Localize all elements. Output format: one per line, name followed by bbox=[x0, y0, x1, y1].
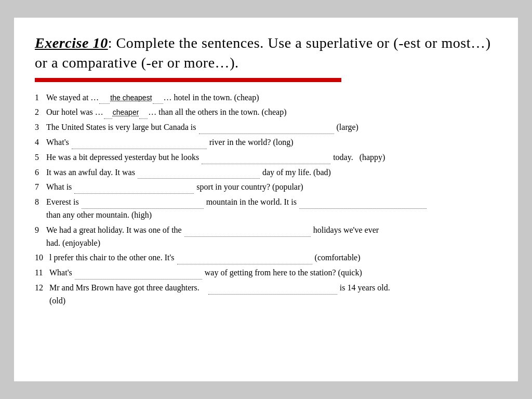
dots bbox=[82, 200, 204, 209]
sentence-text: Everest is mountain in the world. It is … bbox=[46, 196, 497, 222]
sentence-text: What's way of getting from here to the s… bbox=[49, 267, 497, 280]
list-item: 8 Everest is mountain in the world. It i… bbox=[35, 196, 497, 222]
dots bbox=[75, 270, 202, 280]
sentence-text: The United States is very large but Cana… bbox=[46, 121, 497, 134]
sentence-number: 2 bbox=[35, 106, 46, 119]
dots bbox=[139, 110, 148, 119]
answer-text: the cheapest bbox=[110, 94, 152, 102]
sentence-number: 10 bbox=[35, 251, 49, 264]
sentence-number: 6 bbox=[35, 166, 46, 179]
list-item: 6 It was an awful day. It was day of my … bbox=[35, 166, 497, 179]
dots bbox=[208, 285, 337, 295]
sentence-number: 7 bbox=[35, 181, 46, 194]
list-item: 10 l prefer this chair to the other one.… bbox=[35, 251, 497, 264]
sentence-text: Our hotel was … cheaper … than all the o… bbox=[46, 106, 497, 119]
dots bbox=[184, 228, 311, 237]
red-bar bbox=[35, 78, 341, 82]
sentence-number: 5 bbox=[35, 151, 46, 164]
dots bbox=[104, 110, 112, 119]
dots bbox=[299, 200, 427, 209]
sentence-number: 4 bbox=[35, 136, 46, 149]
title-colon: : bbox=[108, 35, 112, 51]
answer-text: cheaper bbox=[113, 108, 139, 116]
dots bbox=[74, 185, 194, 194]
dots bbox=[138, 170, 260, 179]
sentence-text: What is sport in your country? (popular) bbox=[46, 181, 497, 194]
list-item: 7 What is sport in your country? (popula… bbox=[35, 181, 497, 194]
list-item: 4 What's river in the world? (long) bbox=[35, 136, 497, 149]
list-item: 11 What's way of getting from here to th… bbox=[35, 267, 497, 280]
sentence-text: We had a great holiday. It was one of th… bbox=[46, 224, 497, 250]
sentence-number: 9 bbox=[35, 224, 46, 237]
exercise-label: Exercise 10 bbox=[35, 35, 108, 51]
list-item: 2 Our hotel was … cheaper … than all the… bbox=[35, 106, 497, 119]
sentence-text: l prefer this chair to the other one. It… bbox=[49, 251, 497, 264]
sentence-text: It was an awful day. It was day of my li… bbox=[46, 166, 497, 179]
sentence-text: He was a bit depressed yesterday but he … bbox=[46, 151, 497, 164]
title-block: Exercise 10: Complete the sentences. Use… bbox=[35, 33, 497, 73]
sentences-list: 1 We stayed at … the cheapest … hotel in… bbox=[35, 91, 497, 308]
sentence-number: 3 bbox=[35, 121, 46, 134]
sentence-number: 1 bbox=[35, 91, 46, 104]
sentence-text: What's river in the world? (long) bbox=[46, 136, 497, 149]
dots bbox=[199, 125, 334, 134]
sentence-number: 8 bbox=[35, 196, 46, 209]
dots bbox=[72, 140, 207, 149]
dots bbox=[177, 256, 312, 265]
list-item: 9 We had a great holiday. It was one of … bbox=[35, 224, 497, 250]
dots bbox=[202, 155, 330, 164]
sentence-text: Mr and Mrs Brown have got three daughter… bbox=[49, 282, 497, 308]
slide-container: Exercise 10: Complete the sentences. Use… bbox=[14, 18, 518, 381]
sentence-text: We stayed at … the cheapest … hotel in t… bbox=[46, 91, 497, 104]
list-item: 3 The United States is very large but Ca… bbox=[35, 121, 497, 134]
dots bbox=[153, 95, 163, 104]
list-item: 5 He was a bit depressed yesterday but h… bbox=[35, 151, 497, 164]
list-item: 12 Mr and Mrs Brown have got three daugh… bbox=[35, 282, 497, 308]
list-item: 1 We stayed at … the cheapest … hotel in… bbox=[35, 91, 497, 104]
sentence-number: 11 bbox=[35, 267, 49, 280]
dots bbox=[99, 95, 110, 104]
sentence-number: 12 bbox=[35, 282, 49, 295]
